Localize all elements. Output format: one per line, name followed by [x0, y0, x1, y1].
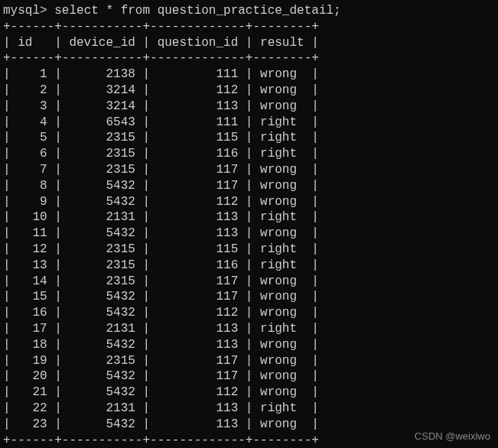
table-row: | 15 | 5432 | 117 | wrong | — [3, 289, 495, 305]
table-row: | 5 | 2315 | 115 | right | — [3, 130, 495, 146]
table-row: | 11 | 5432 | 113 | wrong | — [3, 226, 495, 242]
table-row: | 21 | 5432 | 112 | wrong | — [3, 385, 495, 401]
table-row: | 16 | 5432 | 112 | wrong | — [3, 305, 495, 321]
table-row: | 2 | 3214 | 112 | wrong | — [3, 83, 495, 99]
table-row: | 14 | 2315 | 117 | wrong | — [3, 274, 495, 290]
table-row: | 1 | 2138 | 111 | wrong | — [3, 67, 495, 83]
table-row: | 13 | 2315 | 116 | right | — [3, 258, 495, 274]
mysql-terminal[interactable]: mysql> select * from question_practice_d… — [3, 3, 495, 448]
table-row: | 8 | 5432 | 117 | wrong | — [3, 178, 495, 194]
table-row: | 19 | 2315 | 117 | wrong | — [3, 353, 495, 369]
table-row: | 17 | 2131 | 113 | right | — [3, 321, 495, 337]
watermark: CSDN @weixiwo — [415, 430, 490, 443]
table-header: | id | device_id | question_id | result … — [3, 35, 495, 51]
table-row: | 10 | 2131 | 113 | right | — [3, 209, 495, 226]
table-row: | 3 | 3214 | 113 | wrong | — [3, 99, 495, 115]
table-body: | 1 | 2138 | 111 | wrong || 2 | 3214 | 1… — [3, 67, 495, 432]
table-row: | 18 | 5432 | 113 | wrong | — [3, 337, 495, 353]
table-row: | 9 | 5432 | 112 | wrong | — [3, 194, 495, 210]
prompt-prefix: mysql> — [3, 4, 54, 18]
table-row: | 4 | 6543 | 111 | right | — [3, 115, 495, 131]
sql-prompt-line: mysql> select * from question_practice_d… — [3, 3, 495, 19]
table-row: | 22 | 2131 | 113 | right | — [3, 401, 495, 417]
table-row: | 20 | 5432 | 117 | wrong | — [3, 368, 495, 385]
table-divider-header: +------+-----------+-------------+------… — [3, 50, 495, 67]
sql-query: select * from question_practice_detail; — [54, 4, 340, 18]
table-row: | 7 | 2315 | 117 | wrong | — [3, 162, 495, 178]
table-row: | 12 | 2315 | 115 | right | — [3, 242, 495, 258]
table-divider-top: +------+-----------+-------------+------… — [3, 19, 495, 35]
table-row: | 6 | 2315 | 116 | right | — [3, 146, 495, 162]
